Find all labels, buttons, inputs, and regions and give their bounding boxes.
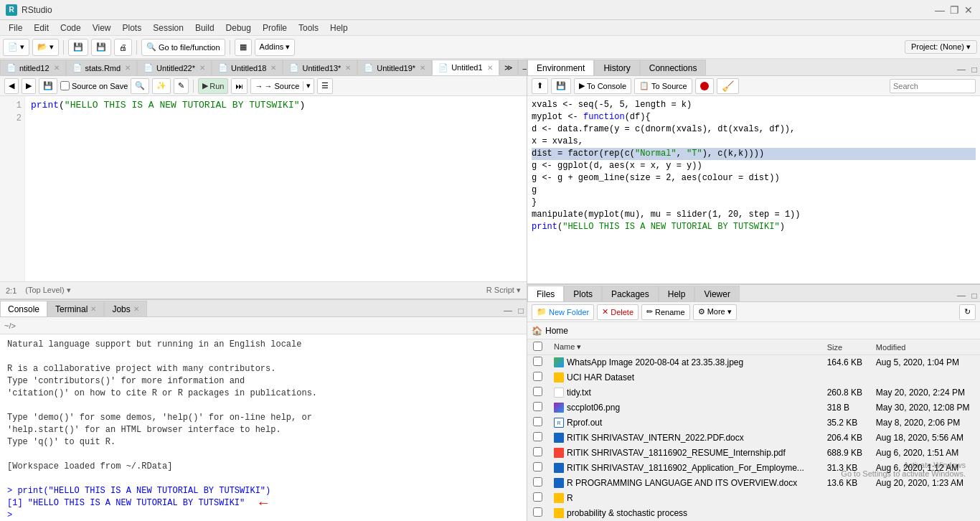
menu-file[interactable]: File — [3, 22, 28, 34]
close-button[interactable]: ✕ — [963, 4, 974, 16]
files-maximize-button[interactable]: □ — [969, 290, 980, 301]
file-checkbox[interactable] — [533, 372, 542, 381]
tabs-minimize-button[interactable]: — — [518, 60, 527, 75]
editor-tab-untitled1[interactable]: 📄 Untitled1 ✕ — [432, 60, 499, 75]
env-broom-button[interactable]: 🧹 — [717, 78, 739, 94]
open-file-button[interactable]: 📂▾ — [32, 39, 59, 56]
file-name-cell[interactable]: UCI HAR Dataset — [548, 370, 821, 385]
files-tab-help[interactable]: Help — [659, 286, 695, 301]
menu-plots[interactable]: Plots — [117, 22, 148, 34]
col-modified[interactable]: Modified — [870, 339, 980, 355]
tab-close-icon[interactable]: ✕ — [420, 64, 425, 72]
more-button[interactable]: ⚙ More ▾ — [693, 304, 737, 320]
editor-tab-ntitled12[interactable]: 📄 ntitled12 ✕ — [0, 60, 66, 75]
console-maximize-button[interactable]: □ — [515, 305, 527, 316]
editor-pencil-button[interactable]: ✎ — [174, 78, 189, 94]
files-tab-viewer[interactable]: Viewer — [694, 286, 739, 301]
menu-tools[interactable]: Tools — [293, 22, 324, 34]
terminal-tab-close[interactable]: ✕ — [90, 305, 96, 313]
tab-close-icon[interactable]: ✕ — [345, 64, 351, 72]
editor-wand-button[interactable]: ✨ — [152, 78, 171, 94]
menu-build[interactable]: Build — [189, 22, 220, 34]
menu-view[interactable]: View — [87, 22, 117, 34]
file-name-cell[interactable]: RRprof.out — [548, 416, 821, 431]
files-tab-packages[interactable]: Packages — [602, 286, 659, 301]
file-checkbox[interactable] — [533, 492, 542, 502]
script-type[interactable]: R Script ▾ — [486, 286, 521, 295]
file-checkbox[interactable] — [533, 447, 542, 456]
editor-tab-untitled19[interactable]: 📄 Untitled19* ✕ — [357, 60, 432, 75]
tab-close-icon[interactable]: ✕ — [125, 64, 131, 72]
rename-button[interactable]: ✏ Rename — [641, 304, 690, 320]
delete-button[interactable]: ✕ Delete — [597, 304, 639, 320]
menu-session[interactable]: Session — [147, 22, 189, 34]
editor-tab-untitled18[interactable]: 📄 Untitled18 ✕ — [212, 60, 283, 75]
file-checkbox[interactable] — [533, 477, 542, 487]
env-tab-connections[interactable]: Connections — [640, 60, 707, 75]
select-all-checkbox[interactable] — [533, 342, 542, 351]
tab-close-icon[interactable]: ✕ — [270, 64, 276, 72]
tab-close-icon[interactable]: ✕ — [54, 64, 60, 72]
file-name-cell[interactable]: tidy.txt — [548, 385, 821, 400]
env-clear-button[interactable] — [695, 78, 714, 94]
menu-code[interactable]: Code — [55, 22, 87, 34]
env-tab-environment[interactable]: Environment — [527, 60, 594, 75]
tab-close-icon[interactable]: ✕ — [199, 64, 205, 72]
source-main-button[interactable]: → → Source — [251, 81, 303, 91]
env-import-button[interactable]: ⬆ — [532, 78, 548, 94]
file-checkbox[interactable] — [533, 357, 542, 366]
tabs-more-button[interactable]: ≫ — [499, 60, 518, 75]
editor-tab-stats-rmd[interactable]: 📄 stats.Rmd ✕ — [66, 60, 138, 75]
save-all-button[interactable]: 💾 — [91, 39, 111, 56]
source-dropdown-button[interactable]: ▾ — [303, 80, 314, 91]
menu-profile[interactable]: Profile — [257, 22, 293, 34]
files-minimize-button[interactable]: — — [956, 290, 967, 301]
refresh-button[interactable]: ↻ — [959, 304, 976, 320]
col-size[interactable]: Size — [821, 339, 870, 355]
editor-search-button[interactable]: 🔍 — [131, 78, 149, 94]
console-tab-terminal[interactable]: Terminal ✕ — [47, 301, 104, 316]
to-source-button[interactable]: 📋 To Source — [634, 78, 692, 94]
minimize-button[interactable]: — — [934, 4, 946, 16]
code-content[interactable]: print("HELLO THIS IS A NEW TUTORIAL BY T… — [25, 96, 527, 281]
new-folder-button[interactable]: 📁 New Folder — [532, 304, 594, 320]
file-checkbox[interactable] — [533, 387, 542, 396]
console-tab-console[interactable]: Console — [0, 301, 47, 316]
console-content[interactable]: Natural language support but running in … — [0, 334, 527, 521]
save-button[interactable]: 💾 — [68, 39, 88, 56]
maximize-button[interactable]: ❐ — [948, 4, 960, 16]
print-button[interactable]: 🖨 — [114, 39, 132, 56]
editor-tab-untitled13[interactable]: 📄 Untitled13* ✕ — [283, 60, 357, 75]
to-console-button[interactable]: ▶ To Console — [574, 78, 631, 94]
tab-close-icon[interactable]: ✕ — [487, 64, 493, 72]
menu-debug[interactable]: Debug — [220, 22, 257, 34]
file-name-cell[interactable]: RITIK SHRIVASTAV_INTERN_2022.PDF.docx — [548, 431, 821, 446]
file-name-cell[interactable]: WhatsApp Image 2020-08-04 at 23.35.38.jp… — [548, 355, 821, 370]
console-minimize-button[interactable]: — — [502, 305, 514, 316]
menu-help[interactable]: Help — [324, 22, 354, 34]
file-checkbox[interactable] — [533, 432, 542, 441]
col-name[interactable]: Name ▾ — [548, 339, 821, 355]
env-minimize-button[interactable]: — — [956, 64, 967, 75]
editor-options-button[interactable]: ☰ — [317, 78, 333, 94]
file-name-cell[interactable]: sccplot06.png — [548, 400, 821, 416]
file-name-cell[interactable]: RITIK SHRIVASTAV_18116902_RESUME_Interns… — [548, 446, 821, 461]
files-tab-files[interactable]: Files — [527, 286, 564, 301]
file-name-cell[interactable]: RITIK SHRIVASTAV_18116902_Application_Fo… — [548, 461, 821, 476]
editor-tab-untitled22[interactable]: 📄 Untitled22* ✕ — [137, 60, 212, 75]
file-name-cell[interactable]: R — [548, 491, 821, 506]
next-button[interactable]: ⏭ — [231, 78, 248, 94]
new-file-button[interactable]: 📄▾ — [3, 39, 29, 56]
jobs-tab-close[interactable]: ✕ — [133, 305, 139, 313]
env-maximize-button[interactable]: □ — [969, 64, 980, 75]
source-on-save-checkbox[interactable] — [60, 81, 70, 90]
breadcrumb-home[interactable]: Home — [545, 326, 568, 336]
menu-edit[interactable]: Edit — [28, 22, 55, 34]
project-button[interactable]: Project: (None) ▾ — [905, 40, 977, 54]
goto-file-button[interactable]: 🔍 Go to file/function — [141, 39, 225, 56]
addins-button[interactable]: Addins ▾ — [255, 39, 296, 56]
file-checkbox[interactable] — [533, 462, 542, 471]
env-save-button[interactable]: 💾 — [551, 78, 571, 94]
editor-back-button[interactable]: ◀ — [4, 78, 19, 94]
file-name-cell[interactable]: R PROGRAMMING LANGUAGE AND ITS OVERVIEW.… — [548, 476, 821, 491]
